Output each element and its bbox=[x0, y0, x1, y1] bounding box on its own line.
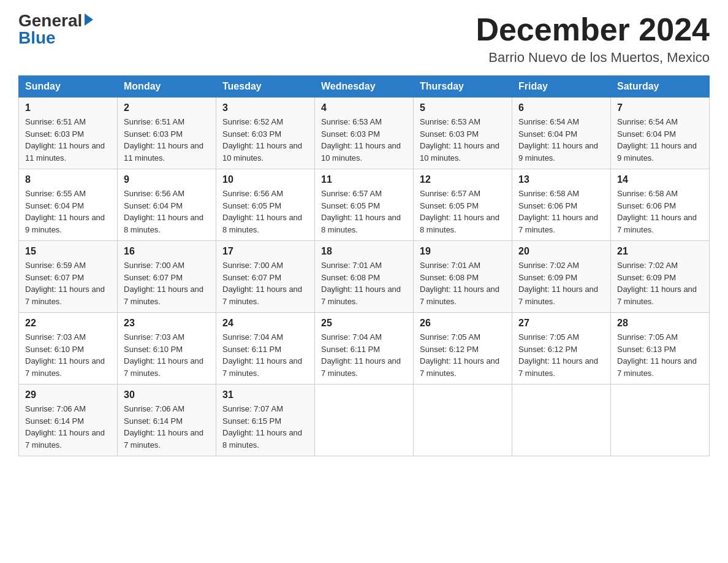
header-thursday: Thursday bbox=[414, 76, 512, 98]
day-info: Sunrise: 6:54 AMSunset: 6:04 PMDaylight:… bbox=[617, 117, 697, 163]
table-row: 7 Sunrise: 6:54 AMSunset: 6:04 PMDayligh… bbox=[611, 98, 710, 169]
day-number: 27 bbox=[518, 318, 604, 329]
table-row: 19 Sunrise: 7:01 AMSunset: 6:08 PMDaylig… bbox=[414, 241, 512, 313]
day-number: 13 bbox=[518, 174, 604, 185]
table-row: 23 Sunrise: 7:03 AMSunset: 6:10 PMDaylig… bbox=[118, 313, 216, 385]
day-info: Sunrise: 7:01 AMSunset: 6:08 PMDaylight:… bbox=[321, 261, 401, 306]
table-row: 21 Sunrise: 7:02 AMSunset: 6:09 PMDaylig… bbox=[611, 241, 710, 313]
day-number: 31 bbox=[222, 389, 308, 400]
table-row bbox=[512, 385, 611, 456]
day-number: 2 bbox=[124, 102, 210, 113]
table-row: 16 Sunrise: 7:00 AMSunset: 6:07 PMDaylig… bbox=[118, 241, 216, 313]
table-row: 11 Sunrise: 6:57 AMSunset: 6:05 PMDaylig… bbox=[315, 169, 414, 241]
day-info: Sunrise: 7:02 AMSunset: 6:09 PMDaylight:… bbox=[518, 261, 598, 306]
day-number: 18 bbox=[321, 246, 407, 257]
table-row: 15 Sunrise: 6:59 AMSunset: 6:07 PMDaylig… bbox=[19, 241, 118, 313]
day-number: 7 bbox=[617, 102, 703, 113]
calendar-week-row: 15 Sunrise: 6:59 AMSunset: 6:07 PMDaylig… bbox=[19, 241, 710, 313]
day-info: Sunrise: 7:01 AMSunset: 6:08 PMDaylight:… bbox=[420, 261, 499, 306]
header-tuesday: Tuesday bbox=[216, 76, 315, 98]
table-row: 4 Sunrise: 6:53 AMSunset: 6:03 PMDayligh… bbox=[315, 98, 414, 169]
header-sunday: Sunday bbox=[19, 76, 118, 98]
day-info: Sunrise: 6:52 AMSunset: 6:03 PMDaylight:… bbox=[222, 117, 302, 163]
calendar-week-row: 1 Sunrise: 6:51 AMSunset: 6:03 PMDayligh… bbox=[19, 98, 710, 169]
day-number: 30 bbox=[124, 389, 210, 400]
day-info: Sunrise: 7:05 AMSunset: 6:12 PMDaylight:… bbox=[518, 332, 598, 378]
header-wednesday: Wednesday bbox=[315, 76, 414, 98]
day-number: 11 bbox=[321, 174, 407, 185]
table-row: 12 Sunrise: 6:57 AMSunset: 6:05 PMDaylig… bbox=[414, 169, 512, 241]
table-row: 9 Sunrise: 6:56 AMSunset: 6:04 PMDayligh… bbox=[118, 169, 216, 241]
table-row: 10 Sunrise: 6:56 AMSunset: 6:05 PMDaylig… bbox=[216, 169, 315, 241]
day-info: Sunrise: 6:56 AMSunset: 6:05 PMDaylight:… bbox=[222, 189, 302, 234]
day-info: Sunrise: 6:57 AMSunset: 6:05 PMDaylight:… bbox=[321, 189, 401, 234]
table-row: 20 Sunrise: 7:02 AMSunset: 6:09 PMDaylig… bbox=[512, 241, 611, 313]
table-row: 29 Sunrise: 7:06 AMSunset: 6:14 PMDaylig… bbox=[19, 385, 118, 456]
calendar-week-row: 22 Sunrise: 7:03 AMSunset: 6:10 PMDaylig… bbox=[19, 313, 710, 385]
calendar-week-row: 29 Sunrise: 7:06 AMSunset: 6:14 PMDaylig… bbox=[19, 385, 710, 456]
month-title: December 2024 bbox=[476, 12, 710, 47]
day-number: 17 bbox=[222, 246, 308, 257]
table-row bbox=[414, 385, 512, 456]
table-row: 30 Sunrise: 7:06 AMSunset: 6:14 PMDaylig… bbox=[118, 385, 216, 456]
day-info: Sunrise: 7:04 AMSunset: 6:11 PMDaylight:… bbox=[321, 332, 401, 378]
logo-blue-text: Blue bbox=[18, 29, 56, 47]
header-saturday: Saturday bbox=[611, 76, 710, 98]
table-row: 26 Sunrise: 7:05 AMSunset: 6:12 PMDaylig… bbox=[414, 313, 512, 385]
day-number: 12 bbox=[420, 174, 506, 185]
day-number: 10 bbox=[222, 174, 308, 185]
header-monday: Monday bbox=[118, 76, 216, 98]
table-row: 17 Sunrise: 7:00 AMSunset: 6:07 PMDaylig… bbox=[216, 241, 315, 313]
day-info: Sunrise: 7:04 AMSunset: 6:11 PMDaylight:… bbox=[222, 332, 302, 378]
logo: General Blue bbox=[18, 12, 93, 47]
logo-arrow-icon bbox=[85, 13, 93, 26]
day-number: 21 bbox=[617, 246, 703, 257]
day-number: 16 bbox=[124, 246, 210, 257]
day-number: 14 bbox=[617, 174, 703, 185]
day-info: Sunrise: 7:06 AMSunset: 6:14 PMDaylight:… bbox=[124, 404, 203, 450]
day-info: Sunrise: 7:00 AMSunset: 6:07 PMDaylight:… bbox=[222, 261, 302, 306]
day-number: 6 bbox=[518, 102, 604, 113]
day-number: 15 bbox=[25, 246, 111, 257]
table-row: 22 Sunrise: 7:03 AMSunset: 6:10 PMDaylig… bbox=[19, 313, 118, 385]
calendar-week-row: 8 Sunrise: 6:55 AMSunset: 6:04 PMDayligh… bbox=[19, 169, 710, 241]
day-number: 28 bbox=[617, 318, 703, 329]
day-number: 9 bbox=[124, 174, 210, 185]
day-info: Sunrise: 6:51 AMSunset: 6:03 PMDaylight:… bbox=[25, 117, 105, 163]
table-row: 28 Sunrise: 7:05 AMSunset: 6:13 PMDaylig… bbox=[611, 313, 710, 385]
day-number: 19 bbox=[420, 246, 506, 257]
day-number: 29 bbox=[25, 389, 111, 400]
table-row: 14 Sunrise: 6:58 AMSunset: 6:06 PMDaylig… bbox=[611, 169, 710, 241]
day-number: 1 bbox=[25, 102, 111, 113]
day-number: 26 bbox=[420, 318, 506, 329]
title-block: December 2024 Barrio Nuevo de los Muerto… bbox=[476, 12, 710, 66]
header-friday: Friday bbox=[512, 76, 611, 98]
table-row: 13 Sunrise: 6:58 AMSunset: 6:06 PMDaylig… bbox=[512, 169, 611, 241]
day-number: 5 bbox=[420, 102, 506, 113]
day-number: 22 bbox=[25, 318, 111, 329]
day-number: 8 bbox=[25, 174, 111, 185]
day-info: Sunrise: 7:03 AMSunset: 6:10 PMDaylight:… bbox=[124, 332, 203, 378]
calendar-header-row: Sunday Monday Tuesday Wednesday Thursday… bbox=[19, 76, 710, 98]
table-row: 1 Sunrise: 6:51 AMSunset: 6:03 PMDayligh… bbox=[19, 98, 118, 169]
table-row bbox=[315, 385, 414, 456]
day-info: Sunrise: 7:00 AMSunset: 6:07 PMDaylight:… bbox=[124, 261, 203, 306]
day-info: Sunrise: 7:06 AMSunset: 6:14 PMDaylight:… bbox=[25, 404, 105, 450]
day-info: Sunrise: 7:02 AMSunset: 6:09 PMDaylight:… bbox=[617, 261, 697, 306]
location-title: Barrio Nuevo de los Muertos, Mexico bbox=[476, 50, 710, 66]
day-info: Sunrise: 7:07 AMSunset: 6:15 PMDaylight:… bbox=[222, 404, 302, 450]
day-number: 3 bbox=[222, 102, 308, 113]
table-row: 5 Sunrise: 6:53 AMSunset: 6:03 PMDayligh… bbox=[414, 98, 512, 169]
table-row: 2 Sunrise: 6:51 AMSunset: 6:03 PMDayligh… bbox=[118, 98, 216, 169]
table-row: 18 Sunrise: 7:01 AMSunset: 6:08 PMDaylig… bbox=[315, 241, 414, 313]
day-info: Sunrise: 6:58 AMSunset: 6:06 PMDaylight:… bbox=[617, 189, 697, 234]
day-number: 4 bbox=[321, 102, 407, 113]
day-number: 23 bbox=[124, 318, 210, 329]
day-info: Sunrise: 6:53 AMSunset: 6:03 PMDaylight:… bbox=[420, 117, 499, 163]
table-row: 27 Sunrise: 7:05 AMSunset: 6:12 PMDaylig… bbox=[512, 313, 611, 385]
table-row bbox=[611, 385, 710, 456]
calendar-table: Sunday Monday Tuesday Wednesday Thursday… bbox=[18, 75, 710, 456]
day-info: Sunrise: 6:57 AMSunset: 6:05 PMDaylight:… bbox=[420, 189, 499, 234]
day-info: Sunrise: 7:03 AMSunset: 6:10 PMDaylight:… bbox=[25, 332, 105, 378]
table-row: 31 Sunrise: 7:07 AMSunset: 6:15 PMDaylig… bbox=[216, 385, 315, 456]
